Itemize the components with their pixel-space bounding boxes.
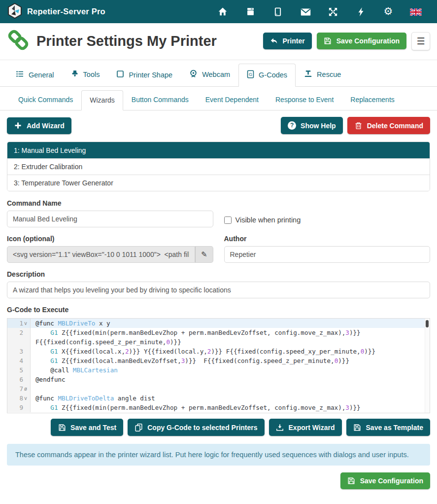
editor-code-text[interactable]: @call MBLCartesian [31,365,430,375]
editor-gutter: 4 [7,356,31,365]
gcode-subtab-bar: Quick CommandsWizardsButton CommandsEven… [0,87,437,110]
subtab-replacements[interactable]: Replacements [342,90,403,110]
add-wizard-button[interactable]: Add Wizard [7,117,71,134]
tab-rescue[interactable]: Rescue [296,63,349,86]
tab-label: Tools [83,71,100,78]
show-help-label: Show Help [301,122,336,130]
command-name-input[interactable] [7,211,213,227]
mail-icon[interactable] [292,7,319,16]
floppy-icon [324,37,332,45]
subtab-quick-commands[interactable]: Quick Commands [10,90,81,110]
editor-line[interactable]: 1v@func MBLDriveTo x y [7,319,430,328]
wizard-list-item[interactable]: 1: Manual Bed Leveling [7,142,430,158]
tab-label: Rescue [317,71,341,78]
svg-text:G: G [249,72,252,77]
subtab-wizards[interactable]: Wizards [81,90,123,110]
printer-box-icon[interactable] [236,7,264,16]
hamburger-icon: ☰ [416,36,425,46]
description-input[interactable] [7,282,430,298]
top-navbar: Repetier-Server Pro ⚙ [0,0,437,23]
tab-label: G-Codes [259,71,287,79]
info-box: These commands appear in the printer wiz… [7,444,430,466]
wizard-list-item[interactable]: 2: Extruder Calibration [7,158,430,175]
editor-code-text[interactable]: G1 Z{{fixed(min(perm.manBedLevZhop + per… [31,328,430,347]
visible-when-printing-checkbox[interactable] [224,216,232,224]
icon-svg-input [7,246,195,263]
save-as-template-button[interactable]: Save as Template [346,419,430,436]
wizard-list-item[interactable]: 3: Temperature Tower Generator [7,175,430,191]
action-button-label: Export Wizard [289,424,335,432]
action-button-label: Save as Template [366,424,423,432]
pencil-icon: ✎ [201,250,207,258]
author-input[interactable] [224,246,431,263]
back-arrow-icon [270,37,278,45]
uk-flag-icon[interactable] [402,7,430,16]
editor-line[interactable]: 9 G1 Z{{fixed(min(perm.manBedLevZhop + p… [7,403,430,412]
editor-gutter: 7ø [7,384,31,394]
editor-code-text[interactable]: G1 Z{{fixed(local.manBedLevZoffset,3)}} … [31,356,430,365]
gcode-icon: G [247,70,254,80]
author-label: Author [224,235,431,243]
editor-line[interactable]: 2 G1 Z{{fixed(min(perm.manBedLevZhop + p… [7,328,430,347]
subtab-response-to-event[interactable]: Response to Event [267,90,342,110]
home-icon[interactable] [209,7,236,16]
app-logo-icon [7,3,22,21]
list-icon [15,70,24,79]
save-configuration-button-bottom[interactable]: Save Configuration [340,472,430,489]
printer-button[interactable]: Printer [263,33,312,49]
expand-arrows-icon[interactable] [319,7,347,17]
add-wizard-label: Add Wizard [27,122,65,130]
chain-link-icon [7,29,30,53]
app-brand[interactable]: Repetier-Server Pro [7,3,105,21]
editor-code-text[interactable]: @func MBLDriveTo x y [31,319,430,328]
editor-scrollbar-thumb[interactable] [426,320,429,327]
editor-code-text[interactable]: @func MBLDriveToDelta angle dist [31,394,430,403]
tab-general[interactable]: General [7,64,63,86]
page-header: Printer Settings My Printer Printer Save… [0,23,437,60]
edit-icon-button[interactable]: ✎ [195,246,213,263]
delete-command-button[interactable]: Delete Command [347,117,430,134]
tab-webcam[interactable]: Webcam [181,63,238,86]
subtab-button-commands[interactable]: Button Commands [123,90,197,110]
editor-line[interactable]: 4 G1 Z{{fixed(local.manBedLevZoffset,3)}… [7,356,430,365]
floppy-icon [347,477,356,485]
hamburger-menu-button[interactable]: ☰ [411,32,430,50]
download-icon [276,424,284,432]
visible-when-printing-label: Visible when printing [235,216,301,224]
copy-g-code-to-selected-printers-button[interactable]: Copy G-Code to selected Printers [128,419,264,436]
export-wizard-button[interactable]: Export Wizard [269,419,342,436]
editor-code-text[interactable]: @endfunc [31,375,430,384]
show-help-button[interactable]: ? Show Help [281,117,343,134]
editor-code-text[interactable]: G1 Z{{fixed(min(perm.manBedLevZhop + per… [31,403,430,412]
bolt-icon[interactable] [347,7,374,17]
gcode-editor[interactable]: 1v@func MBLDriveTo x y2 G1 Z{{fixed(min(… [7,318,430,413]
gear-icon[interactable]: ⚙ [374,6,402,17]
tools-icon [71,70,79,79]
tablet-icon[interactable] [264,7,292,17]
editor-code-text[interactable] [31,384,430,394]
editor-line[interactable]: 5 @call MBLCartesian [7,365,430,375]
editor-code-text[interactable]: G1 X{{fixed(local.x,2)}} Y{{fixed(local.… [31,347,430,356]
printer-button-label: Printer [283,37,305,45]
save-configuration-button-top[interactable]: Save Configuration [317,33,406,49]
save-and-test-button[interactable]: Save and Test [51,419,123,436]
editor-scrollbar[interactable] [425,319,430,413]
plus-icon [14,122,22,129]
editor-line[interactable]: 8v@func MBLDriveToDelta angle dist [7,394,430,403]
save-configuration-bottom-label: Save Configuration [360,477,423,485]
question-circle-icon: ? [288,121,296,130]
command-name-label: Command Name [7,199,213,207]
tab-tools[interactable]: Tools [63,63,108,86]
editor-gutter: 5 [7,365,31,375]
rescue-icon [304,70,312,79]
editor-line[interactable]: 3 G1 X{{fixed(local.x,2)}} Y{{fixed(loca… [7,347,430,356]
editor-line[interactable]: 6@endfunc [7,375,430,384]
editor-line[interactable]: 7ø [7,384,430,394]
tab-g-codes[interactable]: GG-Codes [238,64,296,87]
tab-printer-shape[interactable]: Printer Shape [108,64,181,86]
wizard-list: 1: Manual Bed Leveling2: Extruder Calibr… [7,142,430,191]
editor-gutter: 9 [7,403,31,412]
floppy-icon [353,424,362,432]
gcode-editor-lines: 1v@func MBLDriveTo x y2 G1 Z{{fixed(min(… [7,319,430,412]
subtab-event-dependent[interactable]: Event Dependent [197,90,267,110]
